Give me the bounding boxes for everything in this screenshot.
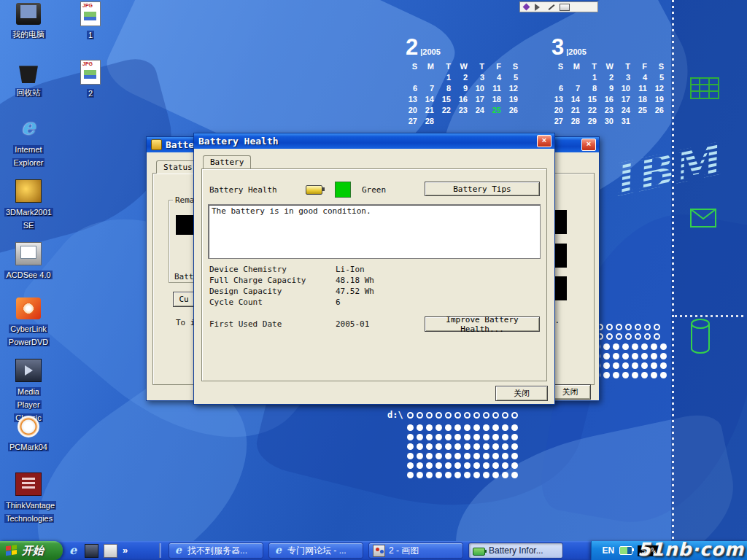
dot-filled <box>473 453 480 459</box>
language-indicator[interactable]: EN <box>602 545 614 556</box>
battery-tab-panel: Battery Health Green Battery Tips The ba… <box>201 168 547 381</box>
calendar-month-number: 2 <box>406 34 418 60</box>
file-label: 1 <box>87 31 94 39</box>
improve-battery-health-button[interactable]: Improve Battery Health... <box>425 316 540 332</box>
condition-textbox: The battery is in good condition. <box>208 204 541 259</box>
first-used-label: First Used Date <box>209 319 336 329</box>
calendar-day-header: T <box>439 62 456 73</box>
desktop-icon-acdsee[interactable]: ACDSee 4.0 <box>4 242 53 281</box>
dot-ring <box>407 412 414 419</box>
dot-ring <box>483 412 489 419</box>
calendar-day <box>406 73 422 84</box>
desktop-icon-label: ThinkVantage Technologies <box>4 501 56 523</box>
dot-ring <box>436 412 442 419</box>
dot-filled <box>632 362 638 369</box>
desktop-file-jpg-file-2[interactable]: 2 <box>71 60 109 99</box>
calendar-day-header: F <box>635 62 652 73</box>
show-desktop-icon[interactable] <box>104 544 117 558</box>
dot-ring <box>492 412 499 419</box>
desktop-icon-powerdvd[interactable]: CyberLink PowerDVD <box>4 298 53 348</box>
calendar-day: 28 <box>422 117 439 128</box>
calendar-day: 16 <box>456 95 473 106</box>
detail-value: 6 <box>336 298 341 307</box>
mpc-icon <box>15 359 42 382</box>
desktop-icon-pcmark04[interactable]: PCMark04 <box>4 416 53 453</box>
start-button[interactable]: 开始 <box>0 541 63 560</box>
pen-icon[interactable] <box>549 4 555 10</box>
wallpaper-calendar-february: 2|2005SMTWTFS123456789101112131415161718… <box>406 36 523 128</box>
dot-filled <box>445 443 452 450</box>
dot-filled <box>483 472 489 478</box>
taskbar-task-paint[interactable]: 2 - 画图 <box>368 542 463 559</box>
volume-icon[interactable] <box>535 4 543 11</box>
calendar-day: 20 <box>406 106 422 117</box>
dot-filled <box>426 462 433 469</box>
close-icon[interactable] <box>581 139 596 151</box>
calendar-day-header: S <box>506 62 523 73</box>
dot-filled <box>502 453 508 459</box>
dot-filled <box>651 372 657 378</box>
quick-launch-media-icon[interactable] <box>85 544 98 558</box>
language-bar-diamond-icon[interactable] <box>523 4 530 11</box>
tray-battery-icon[interactable] <box>619 546 632 555</box>
dot-filled <box>454 453 461 459</box>
calendar-day-header: T <box>585 62 602 73</box>
desktop-icon-my-computer[interactable]: 我的电脑 <box>4 3 53 40</box>
file-label: 2 <box>87 89 94 98</box>
battery-cylinder-icon <box>690 318 713 354</box>
dot-filled <box>632 353 638 359</box>
internet-explorer-icon <box>16 118 41 140</box>
quick-launch-ie-icon[interactable] <box>67 545 80 557</box>
desktop-icon-mpc[interactable]: Media Player Classic <box>4 359 53 424</box>
desktop-icon-recycle-bin[interactable]: 回收站 <box>4 61 53 98</box>
taskbar-task-ie-page-1[interactable]: 找不到服务器... <box>169 542 263 559</box>
calendar-day <box>652 117 669 128</box>
chevron-more-icon[interactable] <box>123 545 128 557</box>
calendar-day: 19 <box>652 95 669 106</box>
dot-filled <box>436 462 442 469</box>
dot-ring <box>454 412 461 419</box>
dot-filled <box>445 424 452 431</box>
dot-filled <box>492 472 499 478</box>
close-button[interactable]: 关闭 <box>495 386 548 401</box>
calendar-day: 13 <box>551 95 568 106</box>
dot-filled <box>417 453 423 459</box>
taskbar-task-ie-page-2[interactable]: 专门网论坛 - ... <box>268 542 363 559</box>
start-label: 开始 <box>22 544 44 558</box>
desktop-icon-thinkvantage[interactable]: ThinkVantage Technologies <box>4 472 53 524</box>
desktop-icon-3dmark2001[interactable]: 3DMark2001 SE <box>4 179 53 231</box>
dot-filled <box>613 362 619 369</box>
drive-label: d:\ <box>387 410 403 420</box>
close-button[interactable]: 关闭 <box>549 384 591 400</box>
battery-health-titlebar[interactable]: Battery Health <box>194 133 554 149</box>
desktop-icon-internet-explorer[interactable]: Internet Explorer <box>4 118 53 168</box>
calendar-day: 11 <box>489 84 506 95</box>
dot-filled <box>603 343 610 350</box>
taskbar-task-battery-information[interactable]: Battery Infor... <box>468 542 563 559</box>
calendar-day: 8 <box>439 84 456 95</box>
close-icon[interactable] <box>537 135 551 147</box>
calendar-day-header: W <box>456 62 473 73</box>
language-bar[interactable] <box>519 1 598 12</box>
dot-filled <box>651 362 657 369</box>
battery-tips-button[interactable]: Battery Tips <box>425 182 540 196</box>
dot-filled <box>483 443 489 450</box>
calendar-day <box>439 117 456 128</box>
calendar-day: 15 <box>439 95 456 106</box>
calendar-day: 29 <box>585 117 602 128</box>
calendar-day: 21 <box>422 106 439 117</box>
dot-ring <box>635 324 641 330</box>
calendar-year: |2005 <box>566 47 587 56</box>
detail-value: 48.18 Wh <box>336 276 374 285</box>
tab-battery[interactable]: Battery <box>203 155 251 168</box>
dot-filled <box>436 472 442 478</box>
dot-filled <box>407 453 414 459</box>
desktop-file-jpg-file-1[interactable]: 1 <box>71 1 109 41</box>
dot-filled <box>483 453 489 459</box>
calendar-day: 10 <box>619 84 635 95</box>
keyboard-icon[interactable] <box>560 4 570 11</box>
dot-filled <box>622 343 629 350</box>
calendar-day: 26 <box>506 106 523 117</box>
dot-filled <box>473 434 480 440</box>
current-button[interactable]: Cu <box>173 292 195 307</box>
